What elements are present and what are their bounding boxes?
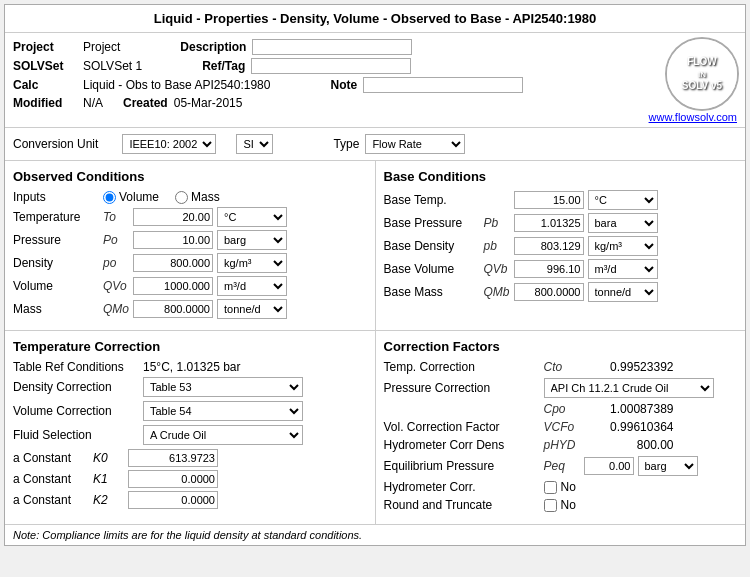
density-correction-label: Density Correction	[13, 380, 143, 394]
fluid-selection-label: Fluid Selection	[13, 428, 143, 442]
base-temp-input[interactable]	[514, 191, 584, 209]
cf-cpo-sym: Cpo	[544, 402, 584, 416]
obs-volume-input[interactable]	[133, 277, 213, 295]
cf-tempcorr-sym: Cto	[544, 360, 584, 374]
base-pressure-unit[interactable]: bara	[588, 213, 658, 233]
logo-link[interactable]: www.flowsolv.com	[649, 111, 737, 123]
obs-mass-unit[interactable]: tonne/d	[217, 299, 287, 319]
base-mass-unit[interactable]: tonne/d	[588, 282, 658, 302]
obs-temp-sym: To	[103, 210, 133, 224]
cf-cpo-value: 1.00087389	[584, 402, 674, 416]
obs-density-input[interactable]	[133, 254, 213, 272]
page-title: Liquid - Properties - Density, Volume - …	[5, 5, 745, 33]
reftag-input[interactable]	[251, 58, 411, 74]
obs-pressure-input[interactable]	[133, 231, 213, 249]
cf-equilpress-input[interactable]	[584, 457, 634, 475]
cf-roundtrunc-text: No	[561, 498, 576, 512]
base-volume-sym: QVb	[484, 262, 514, 276]
base-pressure-input[interactable]	[514, 214, 584, 232]
note-input[interactable]	[363, 77, 523, 93]
cf-hydrocorr-check[interactable]: No	[544, 480, 576, 494]
conversion-unit2-select[interactable]: SI	[236, 134, 273, 154]
obs-temp-unit[interactable]: °C	[217, 207, 287, 227]
cf-hydrocorr-text: No	[561, 480, 576, 494]
note-bar: Note: Compliance limits are for the liqu…	[5, 524, 745, 545]
base-density-unit[interactable]: kg/m³	[588, 236, 658, 256]
obs-temp-input[interactable]	[133, 208, 213, 226]
description-label: Description	[180, 40, 246, 54]
logo-text: FLOWINSOLV v5	[682, 56, 722, 92]
type-select[interactable]: Flow Rate	[365, 134, 465, 154]
base-temp-unit[interactable]: °C	[588, 190, 658, 210]
base-mass-input[interactable]	[514, 283, 584, 301]
obs-pressure-unit[interactable]: barg	[217, 230, 287, 250]
modified-label: Modified	[13, 96, 83, 110]
inputs-label: Inputs	[13, 190, 103, 204]
cf-presscorr-label: Pressure Correction	[384, 381, 544, 395]
obs-density-sym: po	[103, 256, 133, 270]
cf-hydrocorrdens-label: Hydrometer Corr Dens	[384, 438, 544, 452]
cf-volcorr-label: Vol. Correction Factor	[384, 420, 544, 434]
k2-sym: K2	[93, 493, 128, 507]
base-density-input[interactable]	[514, 237, 584, 255]
k1-sym: K1	[93, 472, 128, 486]
calc-value: Liquid - Obs to Base API2540:1980	[83, 78, 270, 92]
cf-volcorr-sym: VCFo	[544, 420, 584, 434]
radio-volume[interactable]: Volume	[103, 190, 159, 204]
cf-hydrocorrdens-value: 800.00	[584, 438, 674, 452]
cf-hydrocorrdens-sym: pHYD	[544, 438, 584, 452]
solvset-value: SOLVSet 1	[83, 59, 142, 73]
base-pressure-label: Base Pressure	[384, 216, 484, 230]
description-input[interactable]	[252, 39, 412, 55]
k1-label: a Constant	[13, 472, 93, 486]
calc-label: Calc	[13, 78, 83, 92]
fluid-selection-select[interactable]: A Crude Oil	[143, 425, 303, 445]
k2-input[interactable]	[128, 491, 218, 509]
cf-title: Correction Factors	[384, 339, 738, 354]
tableref-value: 15°C, 1.01325 bar	[143, 360, 241, 374]
base-volume-unit[interactable]: m³/d	[588, 259, 658, 279]
reftag-label: Ref/Tag	[202, 59, 245, 73]
observed-title: Observed Conditions	[13, 169, 367, 184]
obs-volume-label: Volume	[13, 279, 103, 293]
cf-equilpress-unit[interactable]: barg	[638, 456, 698, 476]
cf-roundtrunc-check[interactable]: No	[544, 498, 576, 512]
base-volume-input[interactable]	[514, 260, 584, 278]
obs-volume-unit[interactable]: m³/d	[217, 276, 287, 296]
cf-presscorr-select[interactable]: API Ch 11.2.1 Crude Oil	[544, 378, 714, 398]
project-label: Project	[13, 40, 83, 54]
obs-volume-sym: QVo	[103, 279, 133, 293]
density-correction-select[interactable]: Table 53	[143, 377, 303, 397]
tableref-label: Table Ref Conditions	[13, 360, 143, 374]
cf-equilpress-sym: Peq	[544, 459, 584, 473]
k2-label: a Constant	[13, 493, 93, 507]
project-value: Project	[83, 40, 120, 54]
volume-correction-select[interactable]: Table 54	[143, 401, 303, 421]
base-volume-label: Base Volume	[384, 262, 484, 276]
k0-sym: K0	[93, 451, 128, 465]
conversion-unit-select[interactable]: IEEE10: 2002	[122, 134, 216, 154]
tempcorr-title: Temperature Correction	[13, 339, 367, 354]
cf-hydrocorr-label: Hydrometer Corr.	[384, 480, 544, 494]
obs-density-label: Density	[13, 256, 103, 270]
base-temp-label: Base Temp.	[384, 193, 484, 207]
cf-tempcorr-label: Temp. Correction	[384, 360, 544, 374]
volume-correction-label: Volume Correction	[13, 404, 143, 418]
solvset-label: SOLVSet	[13, 59, 83, 73]
obs-density-unit[interactable]: kg/m³	[217, 253, 287, 273]
obs-mass-sym: QMo	[103, 302, 133, 316]
cf-tempcorr-value: 0.99523392	[584, 360, 674, 374]
radio-mass[interactable]: Mass	[175, 190, 220, 204]
cf-volcorr-value: 0.99610364	[584, 420, 674, 434]
app-logo: FLOWINSOLV v5	[667, 39, 737, 109]
obs-mass-input[interactable]	[133, 300, 213, 318]
obs-pressure-label: Pressure	[13, 233, 103, 247]
base-mass-sym: QMb	[484, 285, 514, 299]
k1-input[interactable]	[128, 470, 218, 488]
conversion-row: Conversion Unit IEEE10: 2002 SI Type Flo…	[5, 128, 745, 161]
obs-mass-label: Mass	[13, 302, 103, 316]
created-value: 05-Mar-2015	[174, 96, 243, 110]
conversion-label: Conversion Unit	[13, 137, 98, 151]
note-label: Note	[330, 78, 357, 92]
k0-input[interactable]	[128, 449, 218, 467]
